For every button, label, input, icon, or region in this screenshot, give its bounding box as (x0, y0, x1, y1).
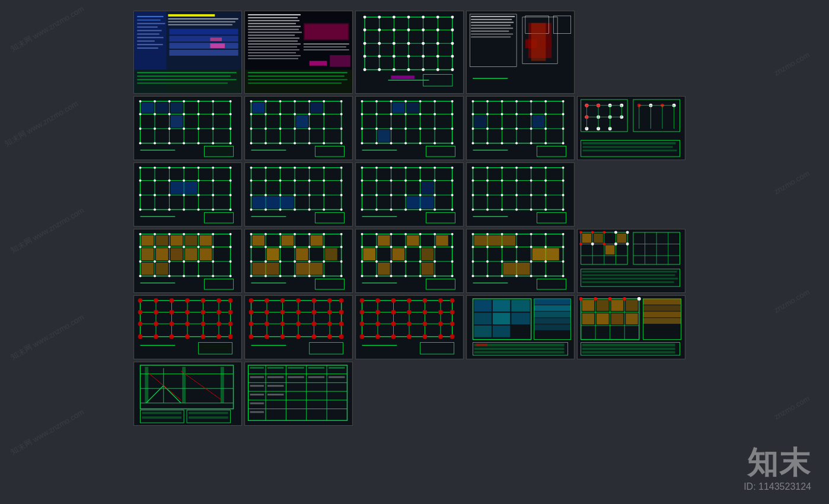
svg-point-232 (433, 113, 436, 115)
thumb-r6-2[interactable] (244, 362, 353, 426)
svg-point-386 (279, 179, 282, 181)
thumb-r1-2[interactable] (244, 11, 353, 94)
thumb-r3-4[interactable] (466, 162, 575, 227)
svg-point-764 (264, 310, 269, 315)
thumb-r3-1[interactable] (133, 162, 242, 227)
thumb-r3-2[interactable] (244, 162, 353, 227)
svg-point-535 (229, 275, 232, 277)
svg-rect-134 (171, 115, 183, 127)
svg-point-619 (404, 260, 407, 263)
svg-rect-912 (288, 377, 304, 378)
svg-point-615 (451, 245, 454, 248)
svg-rect-838 (534, 312, 571, 318)
thumb-r3-3[interactable] (355, 162, 464, 227)
svg-point-533 (197, 275, 200, 277)
svg-point-349 (212, 179, 214, 181)
svg-point-357 (229, 194, 232, 196)
svg-rect-51 (248, 75, 345, 76)
thumb-r4-4[interactable] (466, 229, 575, 293)
svg-rect-832 (511, 312, 530, 324)
row-2 (133, 96, 685, 160)
svg-rect-917 (250, 394, 264, 395)
thumb-r5-3[interactable] (355, 295, 464, 359)
svg-point-150 (154, 127, 156, 130)
svg-rect-906 (267, 367, 283, 369)
thumb-r4-3[interactable] (355, 229, 464, 293)
svg-point-530 (154, 275, 156, 277)
svg-rect-705 (582, 281, 674, 283)
svg-point-223 (404, 100, 407, 103)
svg-point-623 (361, 275, 364, 277)
watermark-8: znzmo.com (772, 287, 811, 314)
thumb-r4-2[interactable] (244, 229, 353, 293)
thumb-r2-5[interactable] (577, 96, 685, 160)
thumb-r4-1[interactable] (133, 229, 242, 293)
svg-rect-683 (605, 245, 615, 255)
svg-point-71 (436, 15, 439, 18)
thumb-r5-4[interactable] (466, 295, 575, 359)
thumb-r2-2[interactable] (244, 96, 353, 160)
svg-rect-52 (248, 79, 347, 80)
thumb-r2-1[interactable] (133, 96, 242, 160)
svg-rect-746 (200, 350, 231, 352)
svg-rect-37 (248, 40, 298, 42)
thumb-r2-3[interactable] (355, 96, 464, 160)
svg-point-759 (296, 298, 301, 303)
svg-point-729 (138, 321, 143, 326)
svg-point-426 (375, 179, 378, 181)
svg-point-696 (579, 243, 582, 245)
svg-point-264 (515, 100, 518, 103)
svg-point-75 (393, 28, 396, 31)
svg-point-202 (294, 142, 296, 145)
thumb-r1-3[interactable] (355, 11, 464, 94)
svg-point-662 (530, 260, 533, 263)
svg-point-395 (308, 194, 311, 196)
svg-point-555 (250, 233, 253, 235)
svg-point-775 (327, 321, 332, 326)
svg-point-432 (361, 194, 364, 196)
svg-point-79 (451, 28, 454, 31)
svg-point-625 (390, 275, 393, 277)
svg-rect-919 (250, 403, 264, 404)
svg-point-802 (360, 310, 365, 315)
svg-rect-496 (141, 235, 154, 246)
thumb-r5-2[interactable] (244, 295, 353, 359)
svg-point-665 (472, 275, 474, 277)
watermark-7: znzmo.com (772, 168, 811, 196)
thumb-r6-1[interactable] (133, 362, 242, 426)
svg-rect-417 (422, 181, 434, 194)
svg-point-763 (249, 310, 254, 315)
svg-point-806 (423, 310, 428, 315)
svg-point-286 (530, 142, 533, 145)
svg-rect-28 (248, 14, 301, 15)
svg-point-620 (419, 260, 422, 263)
svg-point-567 (323, 245, 325, 248)
svg-point-351 (139, 194, 142, 196)
svg-point-564 (279, 245, 282, 248)
svg-rect-870 (643, 318, 681, 324)
svg-rect-25 (210, 43, 225, 48)
thumb-r4-5[interactable] (577, 229, 685, 293)
svg-point-187 (279, 113, 282, 115)
svg-rect-40 (248, 49, 299, 50)
svg-point-668 (515, 275, 518, 277)
svg-point-146 (197, 113, 200, 115)
svg-point-161 (212, 142, 214, 145)
svg-rect-916 (267, 385, 283, 387)
thumb-r2-4[interactable] (466, 96, 575, 160)
thumb-r1-1[interactable] (133, 11, 242, 94)
svg-point-92 (436, 55, 439, 58)
thumb-r5-1[interactable] (133, 295, 242, 359)
svg-rect-26 (210, 37, 222, 41)
svg-point-310 (585, 104, 588, 107)
svg-point-742 (228, 334, 233, 339)
svg-point-699 (614, 243, 617, 245)
svg-point-798 (407, 298, 412, 303)
svg-point-274 (562, 113, 565, 115)
svg-point-282 (472, 142, 474, 145)
svg-point-239 (433, 127, 436, 130)
svg-rect-106 (471, 16, 515, 17)
svg-point-266 (544, 100, 547, 103)
thumb-r1-4[interactable] (466, 11, 575, 94)
thumb-r5-5[interactable] (577, 295, 685, 359)
